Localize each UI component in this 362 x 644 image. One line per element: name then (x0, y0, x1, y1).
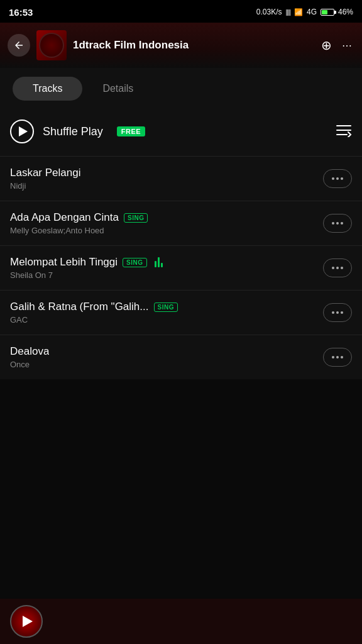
mini-player[interactable] (0, 599, 362, 644)
track-more-button[interactable] (323, 169, 352, 188)
track-info: Galih & Ratna (From "Galih... SING GAC (10, 301, 317, 325)
album-art (36, 30, 67, 60)
sing-badge: SING (123, 258, 146, 267)
shuffle-play-button[interactable] (10, 119, 34, 143)
sing-badge: SING (154, 303, 178, 312)
track-item[interactable]: Laskar Pelangi Nidji (0, 156, 362, 201)
track-title: Dealova (10, 345, 49, 358)
track-title-row: Galih & Ratna (From "Galih... SING (10, 301, 317, 313)
sort-icon[interactable] (336, 123, 352, 140)
status-time: 16:53 (9, 7, 33, 18)
more-options-icon[interactable]: ⋯ (339, 37, 354, 54)
playlist-title: 1dtrack Film Indonesia (73, 39, 319, 52)
phone-icon: 📶 (294, 8, 303, 16)
track-artist: Nidji (10, 181, 317, 191)
track-artist: Sheila On 7 (10, 270, 317, 280)
shuffle-play-label: Shuffle Play (43, 125, 103, 138)
track-item[interactable]: Dealova Once (0, 335, 362, 379)
shuffle-left: Shuffle Play FREE (10, 119, 145, 143)
battery-percent: 46% (338, 8, 353, 16)
add-playlist-icon[interactable]: ⊕ (319, 35, 334, 55)
track-item[interactable]: Melompat Lebih Tinggi SING Sheila On 7 (0, 245, 362, 290)
track-info: Melompat Lebih Tinggi SING Sheila On 7 (10, 256, 317, 280)
track-artist: Melly Goeslaw;Anto Hoed (10, 226, 317, 235)
track-title-row: Ada Apa Dengan Cinta SING (10, 211, 317, 224)
mini-album-art (10, 605, 43, 638)
track-title: Ada Apa Dengan Cinta (10, 211, 119, 224)
tab-details[interactable]: Details (82, 77, 153, 101)
mini-play-icon (23, 616, 33, 627)
track-info: Dealova Once (10, 345, 317, 369)
track-more-button[interactable] (323, 258, 352, 277)
three-dots-icon (332, 311, 343, 314)
status-bar: 16:53 0.03K/s |||| 📶 4G 46% (0, 0, 362, 23)
network-type: 4G (307, 8, 317, 16)
back-button[interactable] (8, 34, 30, 57)
free-badge: FREE (117, 126, 145, 136)
play-triangle-icon (19, 126, 28, 136)
track-artist: GAC (10, 315, 317, 325)
track-title-row: Dealova (10, 345, 317, 358)
sing-badge: SING (124, 213, 148, 223)
track-artist: Once (10, 360, 317, 369)
tabs-bar: Tracks Details (0, 68, 362, 107)
playing-bars-icon (155, 257, 163, 267)
shuffle-play-row: Shuffle Play FREE (0, 107, 362, 156)
track-title: Laskar Pelangi (10, 167, 80, 179)
signal-bars: |||| (286, 8, 290, 16)
track-title: Galih & Ratna (From "Galih... (10, 301, 149, 313)
tab-tracks[interactable]: Tracks (13, 77, 82, 101)
track-title-row: Melompat Lebih Tinggi SING (10, 256, 317, 269)
track-list: Laskar Pelangi Nidji Ada Apa Dengan Cint… (0, 156, 362, 379)
track-more-button[interactable] (323, 303, 352, 322)
header: 1dtrack Film Indonesia ⊕ ⋯ (0, 23, 362, 68)
header-actions: ⊕ ⋯ (319, 35, 354, 55)
track-title-row: Laskar Pelangi (10, 167, 317, 179)
battery-icon (321, 9, 334, 16)
three-dots-icon (332, 356, 343, 358)
network-speed: 0.03K/s (256, 8, 282, 16)
three-dots-icon (332, 177, 343, 180)
status-right: 0.03K/s |||| 📶 4G 46% (256, 8, 353, 16)
track-item[interactable]: Ada Apa Dengan Cinta SING Melly Goeslaw;… (0, 201, 362, 245)
three-dots-icon (332, 222, 343, 225)
track-more-button[interactable] (323, 348, 352, 367)
track-info: Ada Apa Dengan Cinta SING Melly Goeslaw;… (10, 211, 317, 235)
track-more-button[interactable] (323, 214, 352, 233)
three-dots-icon (332, 267, 343, 269)
track-item[interactable]: Galih & Ratna (From "Galih... SING GAC (0, 290, 362, 335)
track-info: Laskar Pelangi Nidji (10, 167, 317, 191)
track-title: Melompat Lebih Tinggi (10, 256, 118, 269)
